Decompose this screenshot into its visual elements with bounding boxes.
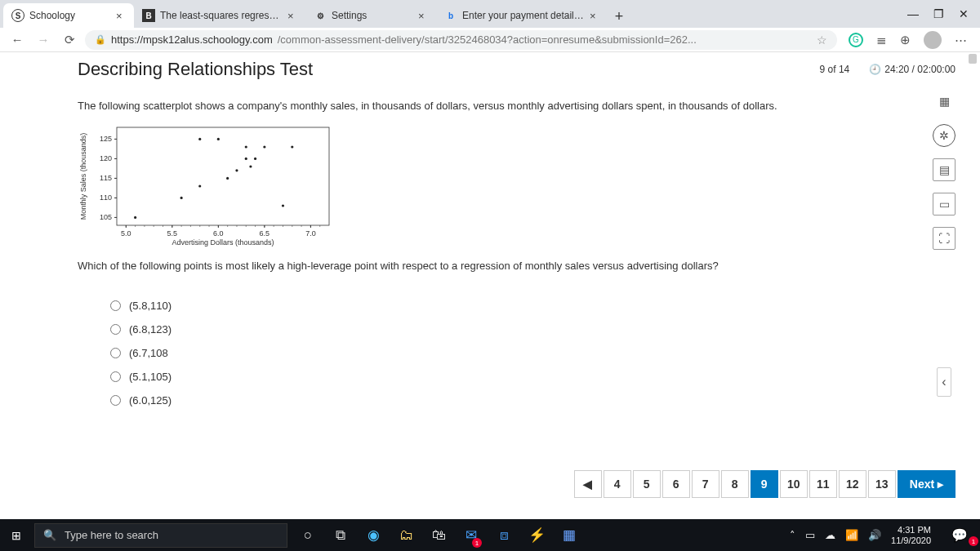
tab-schoology[interactable]: S Schoology × <box>3 3 134 28</box>
taskbar-search[interactable]: 🔍 Type here to search <box>34 523 287 548</box>
battery-icon[interactable]: ▭ <box>805 529 815 541</box>
tab-label: Schoology <box>29 10 111 21</box>
grammarly-icon[interactable]: G <box>849 33 863 47</box>
svg-point-51 <box>245 145 247 148</box>
pager-next[interactable]: Next ▸ <box>898 470 956 498</box>
tab-settings[interactable]: ⚙ Settings × <box>305 3 436 28</box>
answer-option[interactable]: (6.8,123) <box>110 323 882 335</box>
fullscreen-icon[interactable]: ⛶ <box>933 227 956 250</box>
task-view-icon[interactable]: ⧉ <box>325 519 356 551</box>
pager-prev[interactable]: ◀ <box>574 470 602 498</box>
search-placeholder: Type here to search <box>65 529 158 541</box>
pager-page-4[interactable]: 4 <box>604 470 631 498</box>
calendar-icon[interactable]: ▦ <box>933 90 956 113</box>
svg-point-54 <box>263 145 265 148</box>
file-explorer-icon[interactable]: 🗂 <box>390 519 421 551</box>
mail-icon[interactable]: ✉1 <box>456 519 487 551</box>
y-axis-label: Monthly Sales (thousands) <box>79 132 87 220</box>
answer-option[interactable]: (5.1,105) <box>110 371 882 383</box>
clock-icon: 🕘 <box>869 64 881 75</box>
tab-payment[interactable]: b Enter your payment details | bar × <box>436 3 608 28</box>
tab-label: Enter your payment details | bar <box>462 10 585 21</box>
winamp-icon[interactable]: ⚡ <box>521 519 552 551</box>
notifications-icon[interactable]: 💬1 <box>944 519 975 551</box>
wifi-icon[interactable]: 📶 <box>845 529 858 541</box>
notepad-icon[interactable]: ▭ <box>933 193 956 216</box>
edge-icon[interactable]: ◉ <box>358 519 389 551</box>
svg-point-56 <box>291 145 293 148</box>
ms-store-icon[interactable]: 🛍 <box>423 519 454 551</box>
taskbar-clock[interactable]: 4:31 PM 11/9/2020 <box>891 525 934 546</box>
question-followup: Which of the following points is most li… <box>78 258 882 274</box>
close-icon[interactable]: × <box>287 10 297 22</box>
window-controls: — ❐ ✕ <box>907 0 980 28</box>
page-title: Describing Relationships Test <box>78 59 820 80</box>
bookmark-star-icon[interactable]: ☆ <box>817 33 827 47</box>
pager-page-8[interactable]: 8 <box>721 470 749 498</box>
menu-icon[interactable]: ⋯ <box>955 33 967 47</box>
tab-label: The least-squares regression mo <box>160 10 283 21</box>
pager-page-11[interactable]: 11 <box>809 470 837 498</box>
accessibility-icon[interactable]: ✲ <box>933 124 956 147</box>
system-tray: ˄ ▭ ☁ 📶 🔊 4:31 PM 11/9/2020 💬1 <box>790 519 980 551</box>
option-label: (6.0,125) <box>129 394 172 407</box>
new-tab-button[interactable]: + <box>608 5 630 28</box>
search-icon: 🔍 <box>43 529 56 541</box>
start-button[interactable]: ⊞ <box>0 519 33 551</box>
gear-icon: ⚙ <box>314 9 327 22</box>
question-intro: The following scatterplot shows a compan… <box>78 98 882 114</box>
pager-page-7[interactable]: 7 <box>692 470 719 498</box>
timer: 🕘24:20 / 02:00:00 <box>869 64 956 75</box>
x-axis-label: Advertising Dollars (thousands) <box>172 238 274 247</box>
radio-icon <box>110 395 121 406</box>
close-icon[interactable]: × <box>590 10 599 22</box>
close-window-button[interactable]: ✕ <box>959 7 969 20</box>
tab-label: Settings <box>332 10 413 21</box>
cortana-icon[interactable]: ○ <box>292 519 323 551</box>
dropbox-icon[interactable]: ⧈ <box>488 519 519 551</box>
calculator-icon[interactable]: ▤ <box>933 158 956 181</box>
volume-icon[interactable]: 🔊 <box>868 529 881 541</box>
pager-page-13[interactable]: 13 <box>868 470 896 498</box>
scrollbar-thumb[interactable] <box>969 54 977 64</box>
answer-option[interactable]: (5.8,110) <box>110 300 882 312</box>
profile-avatar[interactable] <box>924 31 942 49</box>
collapse-toolbar-button[interactable]: ‹ <box>937 367 951 397</box>
svg-text:6.5: 6.5 <box>260 229 270 238</box>
svg-text:115: 115 <box>100 174 112 182</box>
tab-regression[interactable]: B The least-squares regression mo × <box>134 3 305 28</box>
svg-text:110: 110 <box>100 193 112 202</box>
url-input[interactable]: 🔒 https://mpsk12alus.schoology.com/commo… <box>85 30 837 50</box>
reload-button[interactable]: ⟳ <box>59 29 80 51</box>
pager-page-12[interactable]: 12 <box>839 470 866 498</box>
option-label: (5.1,105) <box>129 371 172 383</box>
pager-page-5[interactable]: 5 <box>633 470 661 498</box>
svg-text:6.0: 6.0 <box>213 229 224 238</box>
pager-page-9[interactable]: 9 <box>751 470 778 498</box>
minimize-button[interactable]: — <box>907 7 919 20</box>
close-icon[interactable]: × <box>418 10 428 22</box>
collections-icon[interactable]: ⊕ <box>900 33 911 47</box>
windows-taskbar: ⊞ 🔍 Type here to search ○ ⧉ ◉ 🗂 🛍 ✉1 ⧈ ⚡… <box>0 519 980 551</box>
side-toolbar: ▦ ✲ ▤ ▭ ⛶ ‹ <box>933 90 956 397</box>
maximize-button[interactable]: ❐ <box>933 7 944 20</box>
chevron-up-icon[interactable]: ˄ <box>790 529 795 541</box>
svg-text:125: 125 <box>100 135 112 143</box>
reading-list-icon[interactable]: ≣ <box>876 33 887 47</box>
close-icon[interactable]: × <box>116 10 126 22</box>
calculator-app-icon[interactable]: ▦ <box>554 519 585 551</box>
pager-page-10[interactable]: 10 <box>780 470 808 498</box>
back-button[interactable]: ← <box>7 29 28 51</box>
answer-option[interactable]: (6.7,108 <box>110 347 882 359</box>
pager-page-6[interactable]: 6 <box>662 470 690 498</box>
page-content: Describing Relationships Test 9 of 14 🕘2… <box>0 52 980 519</box>
onedrive-icon[interactable]: ☁ <box>825 529 835 541</box>
answer-option[interactable]: (6.0,125) <box>110 394 882 407</box>
svg-text:7.0: 7.0 <box>305 229 316 238</box>
svg-point-46 <box>198 137 201 140</box>
url-domain: https://mpsk12alus.schoology.com <box>111 33 273 46</box>
address-bar: ← → ⟳ 🔒 https://mpsk12alus.schoology.com… <box>0 28 980 52</box>
svg-rect-0 <box>117 127 329 225</box>
forward-button[interactable]: → <box>33 29 54 51</box>
lock-icon: 🔒 <box>95 34 106 45</box>
